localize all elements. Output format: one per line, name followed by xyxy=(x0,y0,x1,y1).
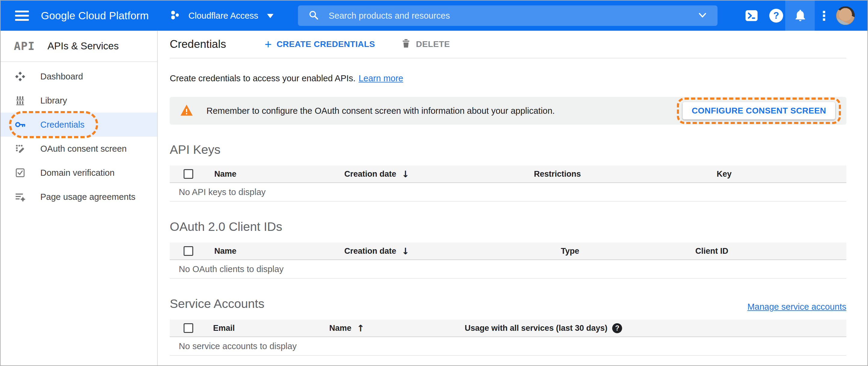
more-options-kebab-icon[interactable]: ⋮ xyxy=(815,1,833,31)
select-all-checkbox[interactable] xyxy=(184,169,193,179)
column-header-creation-date[interactable]: Creation date ↓ xyxy=(338,169,513,179)
project-selector[interactable]: Cloudflare Access ▼ xyxy=(170,1,274,31)
consent-warning-banner: Remember to configure the OAuth consent … xyxy=(170,97,846,125)
annotation-highlight-ring: CONFIGURE CONSENT SCREEN xyxy=(677,97,841,124)
learn-more-link[interactable]: Learn more xyxy=(359,73,403,83)
plus-icon: + xyxy=(265,38,272,50)
warning-triangle-icon xyxy=(180,104,193,118)
sidebar-item-page-usage-agreements[interactable]: Page usage agreements xyxy=(1,185,157,209)
manage-service-accounts-link[interactable]: Manage service accounts xyxy=(747,302,846,312)
column-header-name[interactable]: Name ↑ xyxy=(323,323,456,334)
column-header-type[interactable]: Type xyxy=(513,246,627,256)
search-input[interactable] xyxy=(329,11,696,21)
create-credentials-button[interactable]: + CREATE CREDENTIALS xyxy=(265,38,375,50)
column-header-name[interactable]: Name xyxy=(203,246,338,256)
page-toolbar: Credentials + CREATE CREDENTIALS DELETE xyxy=(170,31,846,58)
banner-message: Remember to configure the OAuth consent … xyxy=(207,106,677,116)
service-accounts-heading-row: Service Accounts Manage service accounts xyxy=(170,296,846,312)
service-accounts-table-header: Email Name ↑ Usage with all services (la… xyxy=(170,319,846,337)
page-title: Credentials xyxy=(170,38,226,51)
account-avatar[interactable] xyxy=(835,1,856,31)
column-header-key[interactable]: Key xyxy=(602,170,846,179)
api-keys-section-title: API Keys xyxy=(170,142,846,158)
sidebar-item-label: Domain verification xyxy=(40,168,115,178)
search-icon xyxy=(308,10,319,22)
notifications-bell-icon[interactable] xyxy=(790,1,810,31)
column-header-email[interactable]: Email xyxy=(203,324,323,333)
oauth-clients-section-title: OAuth 2.0 Client IDs xyxy=(170,218,846,235)
key-icon xyxy=(14,119,26,130)
usage-help-icon[interactable]: ? xyxy=(612,323,622,333)
avatar-photo xyxy=(836,6,855,25)
api-product-icon: API xyxy=(14,40,35,53)
brand-logo[interactable]: Google Cloud Platform xyxy=(41,1,149,31)
delete-button[interactable]: DELETE xyxy=(401,38,450,51)
trash-icon xyxy=(401,38,411,51)
verified-checkbox-icon xyxy=(14,167,26,179)
menu-icon[interactable] xyxy=(15,10,29,21)
sidebar-item-credentials[interactable]: Credentials xyxy=(1,113,157,136)
column-header-name[interactable]: Name xyxy=(203,170,338,179)
sort-desc-icon: ↓ xyxy=(402,169,409,179)
sidebar-item-library[interactable]: Library xyxy=(1,89,157,113)
sidebar-nav: Dashboard Library xyxy=(1,62,157,209)
project-icon xyxy=(170,9,182,22)
project-name: Cloudflare Access xyxy=(188,11,258,21)
sidebar-header: API APIs & Services xyxy=(1,31,157,62)
cloud-shell-icon[interactable] xyxy=(742,1,762,31)
search-bar[interactable] xyxy=(298,5,717,26)
oauth-clients-empty-state: No OAuth clients to display xyxy=(170,260,846,279)
column-header-usage[interactable]: Usage with all services (last 30 days) ? xyxy=(456,323,846,333)
main-content: Credentials + CREATE CREDENTIALS DELETE … xyxy=(158,31,867,365)
gcp-console-window: Google Cloud Platform Cloudflare Access … xyxy=(0,0,868,366)
top-nav: Google Cloud Platform Cloudflare Access … xyxy=(1,1,867,31)
sidebar-item-domain-verification[interactable]: Domain verification xyxy=(1,161,157,185)
column-header-restrictions[interactable]: Restrictions xyxy=(513,170,602,179)
oauth-clients-table-header: Name Creation date ↓ Type Client ID xyxy=(170,243,846,260)
select-all-checkbox[interactable] xyxy=(184,323,193,333)
search-expand-chevron-icon[interactable] xyxy=(696,9,709,22)
caret-down-icon: ▼ xyxy=(265,11,276,20)
sidebar-title: APIs & Services xyxy=(48,40,119,52)
sidebar: API APIs & Services Dashboard xyxy=(1,31,158,365)
sidebar-item-label: Library xyxy=(40,96,67,105)
service-accounts-empty-state: No service accounts to display xyxy=(170,337,846,356)
service-accounts-section-title: Service Accounts xyxy=(170,296,265,312)
help-icon[interactable]: ? xyxy=(766,1,786,31)
sidebar-item-dashboard[interactable]: Dashboard xyxy=(1,64,157,89)
column-header-creation-date[interactable]: Creation date ↓ xyxy=(338,246,513,256)
column-header-client-id[interactable]: Client ID xyxy=(627,246,796,256)
agreements-list-gear-icon xyxy=(14,191,26,203)
sort-asc-icon: ↑ xyxy=(357,323,365,334)
api-keys-empty-state: No API keys to display xyxy=(170,183,846,202)
library-icon xyxy=(14,95,26,106)
sort-desc-icon: ↓ xyxy=(402,246,409,256)
api-keys-table-header: Name Creation date ↓ Restrictions Key xyxy=(170,165,846,183)
sidebar-item-label: OAuth consent screen xyxy=(40,144,127,154)
sidebar-item-oauth-consent-screen[interactable]: OAuth consent screen xyxy=(1,136,157,161)
sidebar-item-label: Credentials xyxy=(40,120,85,130)
select-all-checkbox[interactable] xyxy=(184,246,193,256)
intro-text: Create credentials to access your enable… xyxy=(170,72,846,84)
dashboard-icon xyxy=(14,71,26,82)
sidebar-item-label: Dashboard xyxy=(40,72,83,82)
consent-screen-icon xyxy=(14,143,26,154)
configure-consent-screen-button[interactable]: CONFIGURE CONSENT SCREEN xyxy=(683,102,835,120)
sidebar-item-label: Page usage agreements xyxy=(40,192,135,202)
